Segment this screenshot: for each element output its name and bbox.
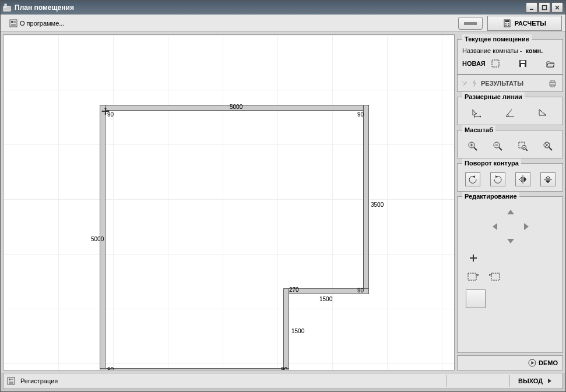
about-label: О программе... xyxy=(20,20,64,27)
svg-rect-1 xyxy=(5,4,6,8)
minimize-button[interactable] xyxy=(526,2,537,13)
app-window: План помещения О программе... xyxy=(0,0,566,392)
mirror-v-button[interactable] xyxy=(540,172,556,186)
calculator-icon xyxy=(503,19,511,27)
room-name-label: Название комнаты - xyxy=(462,47,522,54)
svg-rect-13 xyxy=(505,20,509,22)
svg-rect-7 xyxy=(11,21,13,23)
nudge-right-button[interactable] xyxy=(518,220,533,234)
plan-canvas[interactable]: 5000 5000 3500 1500 1500 3500 90 90 90 2… xyxy=(3,34,455,370)
svg-line-29 xyxy=(474,147,477,150)
calculate-label: РАСЧЕТЫ xyxy=(515,20,546,27)
wall-right-upper[interactable] xyxy=(363,105,369,294)
register-icon xyxy=(7,377,15,385)
top-toolbar: О программе... РАСЧЕТЫ xyxy=(1,15,565,32)
dim-notch-h: 1500 xyxy=(319,296,332,302)
panel-current-room-title: Текущее помещение xyxy=(462,34,532,44)
nudge-dpad xyxy=(460,203,560,249)
svg-rect-35 xyxy=(519,142,525,148)
angle-tl: 90 xyxy=(107,111,114,118)
angle-tr: 90 xyxy=(357,111,364,118)
angle-notch-r: 90 xyxy=(357,287,364,294)
new-room-label: НОВАЯ xyxy=(462,60,486,67)
panel-rotate: Поворот контура xyxy=(457,158,563,192)
rotate-ccw-button[interactable] xyxy=(465,172,480,186)
zoom-out-button[interactable] xyxy=(490,139,505,153)
add-node-button[interactable] xyxy=(466,251,481,265)
wall-notch-vert[interactable] xyxy=(283,288,289,370)
svg-line-27 xyxy=(506,110,512,116)
app-icon xyxy=(3,3,11,12)
zoom-window-button[interactable] xyxy=(515,139,530,153)
dim-left: 5000 xyxy=(91,236,104,242)
results-bar: РЕЗУЛЬТАТЫ xyxy=(457,75,563,92)
about-button[interactable]: О программе... xyxy=(4,17,69,30)
zoom-fit-button[interactable] xyxy=(540,139,556,153)
svg-rect-46 xyxy=(468,273,476,280)
open-button[interactable] xyxy=(543,56,558,70)
nudge-down-button[interactable] xyxy=(503,234,518,248)
rotate-title: Поворот контура xyxy=(462,158,521,168)
print-button[interactable] xyxy=(545,76,560,90)
room-name-value: комн. xyxy=(525,47,543,54)
svg-line-39 xyxy=(549,147,552,150)
angle-bl: 90 xyxy=(107,366,114,370)
settings-icon xyxy=(9,19,17,27)
dim-notch-v: 1500 xyxy=(291,328,304,334)
lightning-icon xyxy=(472,79,477,87)
svg-line-37 xyxy=(526,149,528,151)
results-label: РЕЗУЛЬТАТЫ xyxy=(481,80,523,87)
exit-button[interactable]: ВЫХОД xyxy=(512,375,559,387)
pin-icon xyxy=(460,79,468,87)
panel-edit: Редактирование xyxy=(457,192,563,353)
dim-top: 5000 xyxy=(230,104,242,110)
scale-title: Масштаб xyxy=(462,125,495,135)
mode-toggle[interactable] xyxy=(458,17,483,30)
dim-right-upper: 3500 xyxy=(371,202,384,208)
play-icon xyxy=(528,359,536,367)
svg-point-14 xyxy=(505,23,507,24)
angle-notch: 270 xyxy=(289,287,299,293)
new-room-button[interactable] xyxy=(488,56,503,70)
grid xyxy=(3,35,454,370)
svg-rect-18 xyxy=(492,60,499,67)
dim-angle-button[interactable] xyxy=(502,106,518,120)
mirror-h-button[interactable] xyxy=(515,172,530,186)
dimensions-title: Размерные линии xyxy=(462,92,525,101)
edit-title: Редактирование xyxy=(462,192,519,201)
svg-line-33 xyxy=(499,147,502,150)
rotate-cw-button[interactable] xyxy=(490,172,505,186)
join-wall-button[interactable] xyxy=(487,270,502,284)
wall-bottom[interactable] xyxy=(100,368,289,370)
hatch-button[interactable] xyxy=(466,289,486,308)
panel-dimensions: Размерные линии xyxy=(457,92,563,125)
panel-current-room: Текущее помещение Название комнаты - ком… xyxy=(457,34,563,75)
titlebar: План помещения xyxy=(1,1,565,15)
svg-point-15 xyxy=(508,23,509,24)
svg-rect-56 xyxy=(9,379,10,380)
break-wall-button[interactable] xyxy=(466,270,481,284)
angle-notch-b: 90 xyxy=(281,366,287,370)
close-button[interactable] xyxy=(551,2,563,13)
svg-point-36 xyxy=(522,146,526,150)
dim-diag-button[interactable] xyxy=(536,106,551,120)
svg-rect-3 xyxy=(543,6,547,10)
panel-scale: Масштаб xyxy=(457,125,563,158)
zoom-in-button[interactable] xyxy=(465,139,480,153)
register-button[interactable]: Регистрация xyxy=(17,376,61,386)
window-title: План помещения xyxy=(15,3,74,12)
nudge-up-button[interactable] xyxy=(503,206,518,220)
save-button[interactable] xyxy=(515,56,530,70)
nudge-left-button[interactable] xyxy=(488,220,503,234)
exit-label: ВЫХОД xyxy=(518,377,543,384)
statusbar: Регистрация ВЫХОД xyxy=(3,373,563,389)
svg-point-16 xyxy=(505,25,507,26)
calculate-button[interactable]: РАСЧЕТЫ xyxy=(487,16,562,31)
svg-point-17 xyxy=(508,25,509,26)
demo-label[interactable]: DEMO xyxy=(539,359,558,366)
svg-rect-21 xyxy=(521,64,525,67)
dim-select-button[interactable] xyxy=(469,106,484,120)
maximize-button[interactable] xyxy=(539,2,550,13)
demo-bar: DEMO xyxy=(457,355,563,370)
register-label: Регистрация xyxy=(20,377,58,384)
